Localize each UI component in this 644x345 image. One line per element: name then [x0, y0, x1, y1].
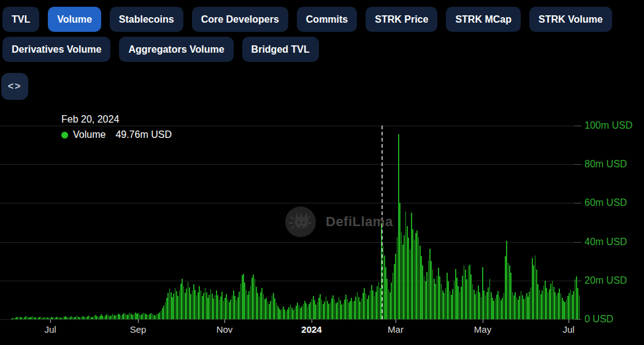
- gridline: [0, 242, 574, 243]
- gridline: [0, 281, 574, 281]
- x-axis-tick: [396, 319, 396, 323]
- tab-derivatives-volume[interactable]: Derivatives Volume: [2, 37, 110, 62]
- tab-core-developers[interactable]: Core Developers: [192, 7, 288, 32]
- y-axis-label: 0 USD: [585, 314, 613, 325]
- series-dot-icon: [61, 132, 68, 138]
- tab-strk-price[interactable]: STRK Price: [366, 7, 437, 32]
- y-axis-tick: [574, 203, 581, 203]
- x-axis-tick: [312, 319, 312, 323]
- tab-strk-mcap[interactable]: STRK MCap: [446, 7, 521, 32]
- tab-aggregators-volume[interactable]: Aggregators Volume: [119, 37, 233, 62]
- y-axis-label: 40m USD: [585, 237, 627, 248]
- y-axis-tick: [574, 319, 581, 320]
- x-axis-label: Sep: [117, 324, 159, 335]
- tab-stablecoins[interactable]: Stablecoins: [110, 7, 183, 32]
- defillama-chart-page: TVLVolumeStablecoinsCore DevelopersCommi…: [0, 0, 644, 345]
- y-axis-label: 80m USD: [585, 159, 627, 170]
- y-axis-label: 100m USD: [585, 120, 632, 131]
- tab-strk-volume[interactable]: STRK Volume: [529, 7, 612, 32]
- volume-bar[interactable]: [579, 295, 580, 320]
- y-axis-tick: [574, 242, 581, 243]
- metric-tab-row-1: TVLVolumeStablecoinsCore DevelopersCommi…: [2, 7, 612, 32]
- x-axis-tick: [569, 319, 569, 323]
- x-axis-label: Jul: [547, 324, 590, 335]
- tab-tvl[interactable]: TVL: [2, 7, 39, 32]
- gridline: [0, 164, 574, 165]
- x-axis-label: Nov: [203, 324, 246, 335]
- x-axis-tick: [50, 319, 51, 323]
- gridline: [0, 203, 574, 203]
- tab-volume[interactable]: Volume: [48, 7, 101, 32]
- tab-commits[interactable]: Commits: [297, 7, 357, 32]
- tooltip-series-label: Volume: [73, 129, 105, 140]
- metric-tab-row-2: Derivatives VolumeAggregators VolumeBrid…: [2, 37, 319, 62]
- x-axis-label: Jul: [29, 324, 72, 335]
- defillama-llama-logo-icon: [283, 205, 318, 239]
- defillama-watermark: DefiLlama: [283, 205, 393, 239]
- embed-code-button[interactable]: <>: [1, 73, 28, 100]
- y-axis-label: 20m USD: [585, 275, 627, 286]
- code-brackets-icon: <>: [8, 81, 22, 92]
- x-axis-label: May: [461, 324, 504, 335]
- chart-tooltip: Feb 20, 2024 Volume 49.76m USD: [61, 113, 172, 140]
- tab-bridged-tvl[interactable]: Bridged TVL: [242, 37, 319, 62]
- x-axis-tick: [483, 319, 483, 323]
- y-axis-label: 60m USD: [585, 197, 627, 208]
- gridline: [0, 319, 574, 320]
- y-axis-tick: [574, 164, 581, 165]
- tooltip-date: Feb 20, 2024: [61, 113, 172, 126]
- x-axis-label: Mar: [374, 324, 417, 335]
- y-axis-tick: [574, 126, 581, 126]
- x-axis-tick: [138, 319, 139, 323]
- x-axis-label: 2024: [290, 324, 333, 335]
- tooltip-value: 49.76m USD: [115, 129, 172, 140]
- watermark-text: DefiLlama: [326, 214, 393, 230]
- x-axis-tick: [224, 319, 225, 323]
